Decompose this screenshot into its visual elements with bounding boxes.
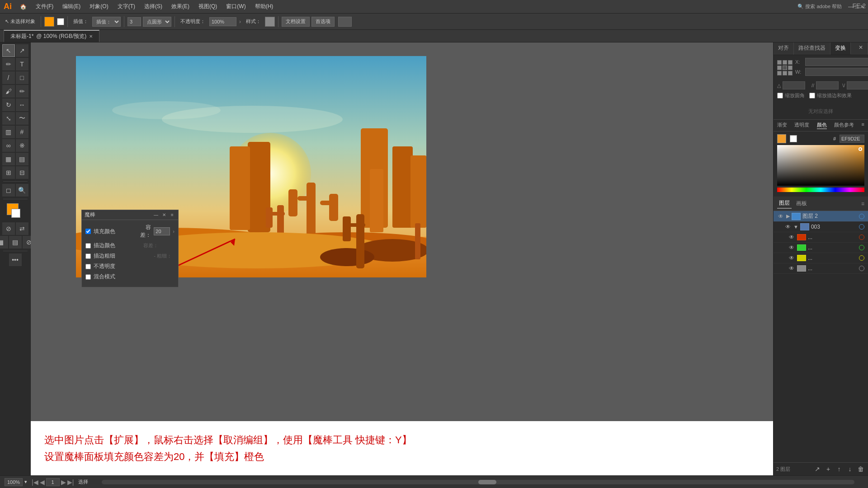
scale-tool[interactable]: ⤡ <box>2 112 15 125</box>
fill-color-swatch[interactable] <box>44 17 54 27</box>
more-tools-btn[interactable]: ••• <box>9 253 22 266</box>
transform-reference-grid[interactable] <box>777 60 793 75</box>
page-input[interactable] <box>46 478 60 486</box>
layer-yellow-eye[interactable]: 👁 <box>788 254 795 262</box>
next-page-btn[interactable]: ▶ <box>61 479 66 486</box>
color-mode-btn[interactable]: ▓ <box>0 236 8 249</box>
opacity-input[interactable] <box>209 17 236 26</box>
scale-stroke-checkbox[interactable] <box>809 93 815 99</box>
menu-file[interactable]: 文件(F) <box>32 2 57 11</box>
tab-align[interactable]: 对齐 <box>774 42 794 55</box>
color-bg-preview[interactable] <box>790 135 797 142</box>
skew-input[interactable] <box>816 81 839 89</box>
bar-graph-tool[interactable]: ▤ <box>16 153 28 165</box>
blend-tool[interactable]: ∞ <box>2 139 15 152</box>
menu-effect[interactable]: 效果(E) <box>168 2 193 11</box>
color-reference-tab[interactable]: 颜色参考 <box>834 122 854 129</box>
layers-move-down-btn[interactable]: ↓ <box>845 465 854 474</box>
color-hex-input[interactable] <box>840 135 864 143</box>
layer-red-eye[interactable]: 👁 <box>788 234 795 241</box>
stroke-width-checkbox[interactable] <box>85 253 91 259</box>
status-scrollbar[interactable] <box>102 480 854 484</box>
stroke-color-checkbox[interactable] <box>85 243 91 249</box>
mesh-tool[interactable]: # <box>16 126 28 138</box>
fill-none-btn[interactable]: ⊘ <box>2 222 15 235</box>
menu-object[interactable]: 对象(O) <box>86 2 112 11</box>
panel-menu-btn[interactable]: ≡ <box>169 212 175 218</box>
layer-gray-eye[interactable]: 👁 <box>788 265 795 272</box>
layer2-expand-arrow[interactable]: ▶ <box>786 213 790 219</box>
blend-select[interactable]: 插值： <box>92 17 121 27</box>
artboard-tool[interactable]: ⊞ <box>2 166 15 179</box>
shape-select[interactable]: 点圆形 <box>143 17 171 27</box>
gradient-mode-btn[interactable]: ▤ <box>9 236 22 249</box>
prev-page-btn[interactable]: ◀ <box>40 479 45 486</box>
menu-window[interactable]: 窗口(W) <box>222 2 249 11</box>
first-page-btn[interactable]: |◀ <box>32 479 38 486</box>
fill-tolerance-arrow[interactable]: › <box>173 229 175 234</box>
last-page-btn[interactable]: ▶| <box>67 479 74 486</box>
toolbar-extra-btn[interactable] <box>338 17 352 27</box>
color-saturation-picker[interactable] <box>777 145 864 186</box>
rect-tool[interactable]: □ <box>16 71 28 84</box>
layer003-expand[interactable]: ▼ <box>793 224 798 230</box>
direct-selection-tool[interactable]: ↗ <box>16 44 28 57</box>
menu-view[interactable]: 视图(Q) <box>195 2 221 11</box>
column-graph-tool[interactable]: ▦ <box>2 153 15 165</box>
gradient-tool[interactable]: ▥ <box>2 126 15 138</box>
background-color[interactable] <box>11 209 20 218</box>
reflect-tool[interactable]: ↔ <box>16 99 28 111</box>
scale-corners-checkbox[interactable] <box>777 93 783 99</box>
tab-layers[interactable]: 图层 <box>777 198 792 209</box>
layer-item-layer2[interactable]: 👁 ▶ 图层 2 <box>774 211 868 222</box>
blend-mode-checkbox[interactable] <box>85 274 91 280</box>
slice-tool[interactable]: ⊟ <box>16 166 28 179</box>
opacity-checkbox[interactable] <box>85 264 91 269</box>
select-tool-btn[interactable]: ↖ 未选择对象 <box>3 17 38 26</box>
tab-artboards[interactable]: 画板 <box>794 199 809 208</box>
panel-close[interactable]: ✕ <box>854 42 868 55</box>
menu-edit[interactable]: 编辑(E) <box>59 2 84 11</box>
hue-slider[interactable] <box>777 188 864 192</box>
zoom-input[interactable] <box>5 478 23 486</box>
panel-close-btn[interactable]: ✕ <box>161 212 167 218</box>
tab-close-btn[interactable]: ✕ <box>89 34 93 39</box>
preferences-button[interactable]: 首选项 <box>311 17 335 27</box>
rotate-tool[interactable]: ↻ <box>2 99 15 111</box>
line-tool[interactable]: / <box>2 71 15 84</box>
zoom-tool[interactable]: 🔍 <box>16 184 28 197</box>
pencil-tool[interactable]: ✏ <box>16 85 28 98</box>
layer-item-gray[interactable]: 👁 ... <box>774 263 868 274</box>
layer2-eye[interactable]: 👁 <box>777 213 784 220</box>
color-gradient-tab[interactable]: 渐变 <box>777 122 787 129</box>
layer-item-red[interactable]: 👁 ... <box>774 232 868 243</box>
tab-pathfinder[interactable]: 路径查找器 <box>794 42 830 55</box>
layer-item-green[interactable]: 👁 ... <box>774 243 868 253</box>
w-input[interactable] <box>805 68 868 76</box>
document-tab[interactable]: 未标题-1* @ 100% (RGB/预览) ✕ <box>4 30 99 42</box>
menu-home[interactable]: 🏠 <box>16 3 30 11</box>
color-fg-preview[interactable] <box>777 134 786 143</box>
stroke-color-swatch[interactable] <box>57 18 64 25</box>
tab-transform[interactable]: 变换 <box>830 42 851 55</box>
selection-tool[interactable]: ↖ <box>2 44 15 57</box>
layers-delete-btn[interactable]: 🗑 <box>856 465 865 474</box>
color-transparency-tab[interactable]: 透明度 <box>794 122 809 129</box>
color-menu-btn[interactable]: ≡ <box>862 122 864 129</box>
symbol-tool[interactable]: ※ <box>16 139 28 152</box>
pen-tool[interactable]: ✏ <box>2 58 15 70</box>
layers-create-layer-btn[interactable]: + <box>824 465 833 474</box>
swap-colors-btn[interactable]: ⇄ <box>16 222 28 235</box>
layers-new-from-selection-btn[interactable]: ↗ <box>813 465 822 474</box>
panel-minimize-btn[interactable]: — <box>153 212 159 218</box>
fill-color-checkbox[interactable] <box>85 229 91 234</box>
layer003-eye[interactable]: 👁 <box>784 223 792 230</box>
doc-settings-button[interactable]: 文档设置 <box>282 17 310 27</box>
type-tool[interactable]: T <box>16 58 28 70</box>
points-input[interactable] <box>127 17 141 26</box>
angle-input[interactable] <box>783 81 805 89</box>
layers-menu-btn[interactable]: ≡ <box>861 201 864 207</box>
layer-green-eye[interactable]: 👁 <box>788 244 795 251</box>
menu-select[interactable]: 选择(S) <box>141 2 166 11</box>
x-input[interactable] <box>805 58 868 66</box>
